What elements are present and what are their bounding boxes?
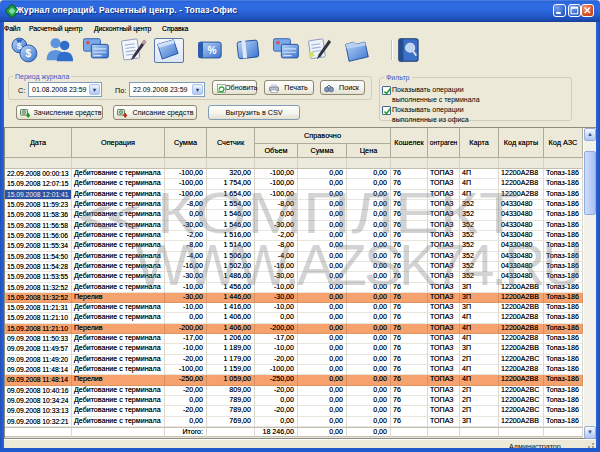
svg-text:$: $ <box>26 48 32 59</box>
svg-text:$: $ <box>17 41 22 51</box>
svg-text:%: % <box>208 45 217 56</box>
